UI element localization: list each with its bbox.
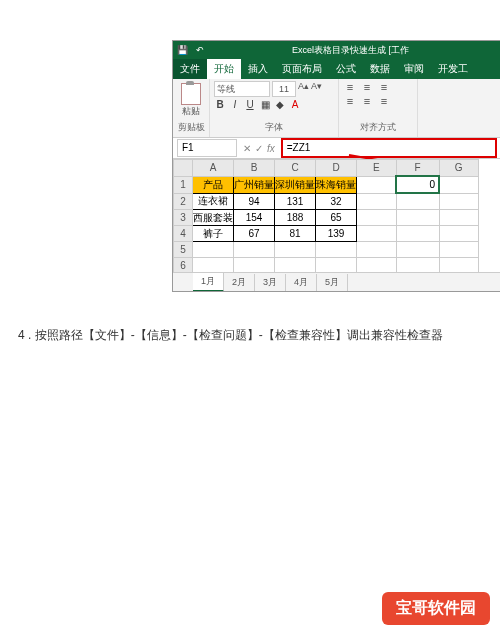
- cell[interactable]: 154: [234, 210, 275, 226]
- cell[interactable]: 深圳销量: [275, 176, 316, 193]
- cell[interactable]: [275, 242, 316, 258]
- font-label: 字体: [214, 121, 334, 135]
- cell[interactable]: 西服套装: [193, 210, 234, 226]
- clipboard-group: 粘贴 剪贴板: [173, 79, 210, 137]
- font-size-select[interactable]: 11: [272, 81, 296, 97]
- cell[interactable]: [316, 242, 357, 258]
- tab-dev[interactable]: 开发工: [431, 59, 475, 79]
- cell[interactable]: 67: [234, 226, 275, 242]
- sheet-tabs: 1月 2月 3月 4月 5月: [173, 272, 500, 291]
- cell[interactable]: 产品: [193, 176, 234, 193]
- cell[interactable]: 81: [275, 226, 316, 242]
- border-button[interactable]: ▦: [259, 99, 271, 110]
- cell[interactable]: [357, 210, 397, 226]
- cell[interactable]: [439, 193, 479, 210]
- tab-formula[interactable]: 公式: [329, 59, 363, 79]
- excel-screenshot: 💾 ↶ Excel表格目录快速生成 [工作 文件 开始 插入 页面布局 公式 数…: [172, 40, 500, 292]
- undo-icon[interactable]: ↶: [196, 45, 204, 55]
- cell[interactable]: [439, 210, 479, 226]
- sheet-tab[interactable]: 1月: [193, 273, 224, 292]
- cell[interactable]: 131: [275, 193, 316, 210]
- tab-data[interactable]: 数据: [363, 59, 397, 79]
- window-title: Excel表格目录快速生成 [工作: [204, 44, 497, 57]
- cell[interactable]: [396, 210, 439, 226]
- cell[interactable]: 32: [316, 193, 357, 210]
- cell[interactable]: [193, 242, 234, 258]
- row-header[interactable]: 5: [174, 242, 193, 258]
- cell[interactable]: [396, 242, 439, 258]
- sheet-tab[interactable]: 5月: [317, 274, 348, 291]
- cell[interactable]: [439, 226, 479, 242]
- formula-bar-row: F1 ✕ ✓ fx =ZZ1: [173, 138, 500, 159]
- row-header[interactable]: 4: [174, 226, 193, 242]
- align-bottom-icon[interactable]: ≡: [377, 81, 391, 93]
- cell[interactable]: 珠海销量: [316, 176, 357, 193]
- font-name-select[interactable]: 等线: [214, 81, 270, 97]
- watermark-logo: 宝哥软件园: [382, 592, 490, 625]
- tab-file[interactable]: 文件: [173, 59, 207, 79]
- cell[interactable]: 139: [316, 226, 357, 242]
- align-top-icon[interactable]: ≡: [343, 81, 357, 93]
- align-center-icon[interactable]: ≡: [360, 95, 374, 107]
- align-middle-icon[interactable]: ≡: [360, 81, 374, 93]
- col-header[interactable]: B: [234, 160, 275, 177]
- fx-icon[interactable]: fx: [267, 143, 275, 154]
- font-color-button[interactable]: A: [289, 99, 301, 110]
- font-grow-icon[interactable]: A▴: [298, 81, 309, 97]
- cell[interactable]: 广州销量: [234, 176, 275, 193]
- col-header[interactable]: F: [396, 160, 439, 177]
- underline-button[interactable]: U: [244, 99, 256, 110]
- tab-insert[interactable]: 插入: [241, 59, 275, 79]
- cell[interactable]: [357, 193, 397, 210]
- font-shrink-icon[interactable]: A▾: [311, 81, 322, 97]
- cell[interactable]: 188: [275, 210, 316, 226]
- row-header[interactable]: 1: [174, 176, 193, 193]
- align-right-icon[interactable]: ≡: [377, 95, 391, 107]
- cell[interactable]: [357, 242, 397, 258]
- sheet-tab[interactable]: 3月: [255, 274, 286, 291]
- col-header[interactable]: G: [439, 160, 479, 177]
- col-header[interactable]: E: [357, 160, 397, 177]
- fill-color-button[interactable]: ◆: [274, 99, 286, 110]
- window-titlebar: 💾 ↶ Excel表格目录快速生成 [工作: [173, 41, 500, 59]
- formula-bar[interactable]: =ZZ1: [281, 138, 497, 158]
- cell[interactable]: [234, 242, 275, 258]
- col-header[interactable]: C: [275, 160, 316, 177]
- cell[interactable]: [357, 176, 397, 193]
- cancel-icon[interactable]: ✕: [243, 143, 251, 154]
- cell[interactable]: [439, 242, 479, 258]
- tab-home[interactable]: 开始: [207, 59, 241, 79]
- cell[interactable]: [357, 226, 397, 242]
- ribbon-tabs: 文件 开始 插入 页面布局 公式 数据 审阅 开发工: [173, 59, 500, 79]
- ribbon: 粘贴 剪贴板 等线 11 A▴ A▾ B I U ▦ ◆ A: [173, 79, 500, 138]
- col-header[interactable]: D: [316, 160, 357, 177]
- italic-button[interactable]: I: [229, 99, 241, 110]
- align-label: 对齐方式: [343, 121, 413, 135]
- select-all-corner[interactable]: [174, 160, 193, 177]
- row-header[interactable]: 3: [174, 210, 193, 226]
- paste-button[interactable]: 粘贴: [177, 81, 205, 119]
- bold-button[interactable]: B: [214, 99, 226, 110]
- tab-layout[interactable]: 页面布局: [275, 59, 329, 79]
- sheet-tab[interactable]: 4月: [286, 274, 317, 291]
- cell-selected[interactable]: 0: [396, 176, 439, 193]
- sheet-tab[interactable]: 2月: [224, 274, 255, 291]
- confirm-icon[interactable]: ✓: [255, 143, 263, 154]
- tab-review[interactable]: 审阅: [397, 59, 431, 79]
- cell[interactable]: [439, 176, 479, 193]
- cell[interactable]: [396, 193, 439, 210]
- font-group: 等线 11 A▴ A▾ B I U ▦ ◆ A 字体: [210, 79, 339, 137]
- clipboard-label: 剪贴板: [177, 121, 205, 135]
- row-header[interactable]: 2: [174, 193, 193, 210]
- paste-icon: [181, 83, 201, 105]
- cell[interactable]: 裤子: [193, 226, 234, 242]
- save-icon[interactable]: 💾: [177, 45, 188, 55]
- cell[interactable]: [396, 226, 439, 242]
- worksheet-grid[interactable]: A B C D E F G 1 产品 广州销量 深圳销量 珠海销量 0 2 连衣…: [173, 159, 500, 274]
- col-header[interactable]: A: [193, 160, 234, 177]
- align-left-icon[interactable]: ≡: [343, 95, 357, 107]
- cell[interactable]: 94: [234, 193, 275, 210]
- cell[interactable]: 65: [316, 210, 357, 226]
- cell[interactable]: 连衣裙: [193, 193, 234, 210]
- name-box[interactable]: F1: [177, 139, 237, 157]
